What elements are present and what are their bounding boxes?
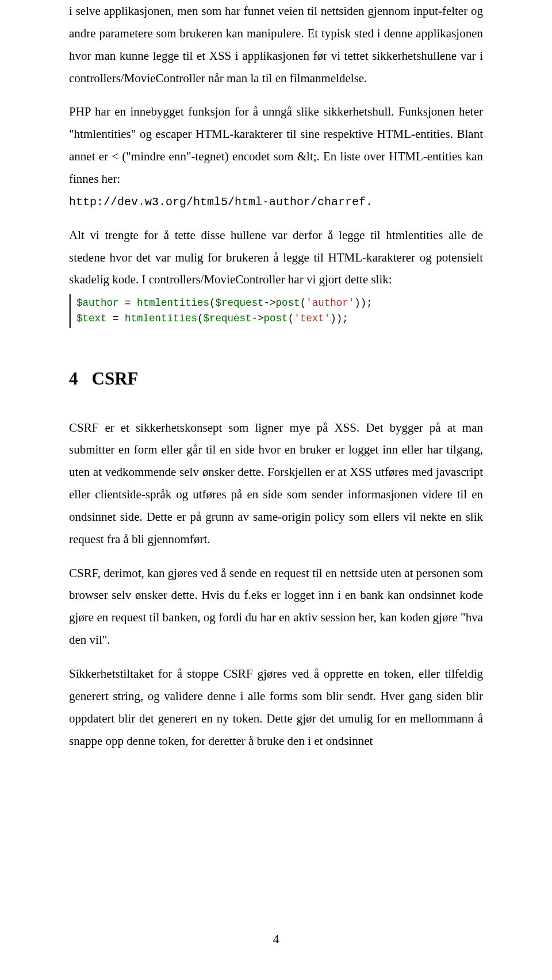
code-token-method: post [264,313,288,324]
section-number: 4 [69,368,78,389]
paragraph: CSRF er et sikkerhetskonsept som ligner … [69,417,483,551]
document-page: i selve applikasjonen, men som har funne… [0,0,552,980]
section-heading: 4CSRF [69,368,483,389]
code-token-req: $request [204,313,252,324]
paragraph: Alt vi trengte for å tette disse hullene… [69,224,483,291]
paragraph-text: PHP har en innebygget funksjon for å unn… [69,105,483,186]
code-token-string: author [312,297,348,309]
code-token-var: $author [76,297,119,309]
code-token-fn: htmlentities [125,313,197,324]
paragraph: CSRF, derimot, kan gjøres ved å sende en… [69,562,483,651]
code-token-string: text [300,313,324,324]
section-title: CSRF [92,368,139,389]
page-number: 4 [0,932,552,947]
paragraph: i selve applikasjonen, men som har funne… [69,0,483,89]
code-block: $author = htmlentities($request->post('a… [69,294,483,328]
code-token-var: $text [76,313,107,324]
code-token-fn: htmlentities [137,297,209,309]
url-text: http://dev.w3.org/html5/html-author/char… [69,195,373,209]
paragraph: Sikkerhetstiltaket for å stoppe CSRF gjø… [69,663,483,752]
paragraph: PHP har en innebygget funksjon for å unn… [69,101,483,212]
code-token-req: $request [216,297,264,309]
code-token-method: post [276,297,300,309]
